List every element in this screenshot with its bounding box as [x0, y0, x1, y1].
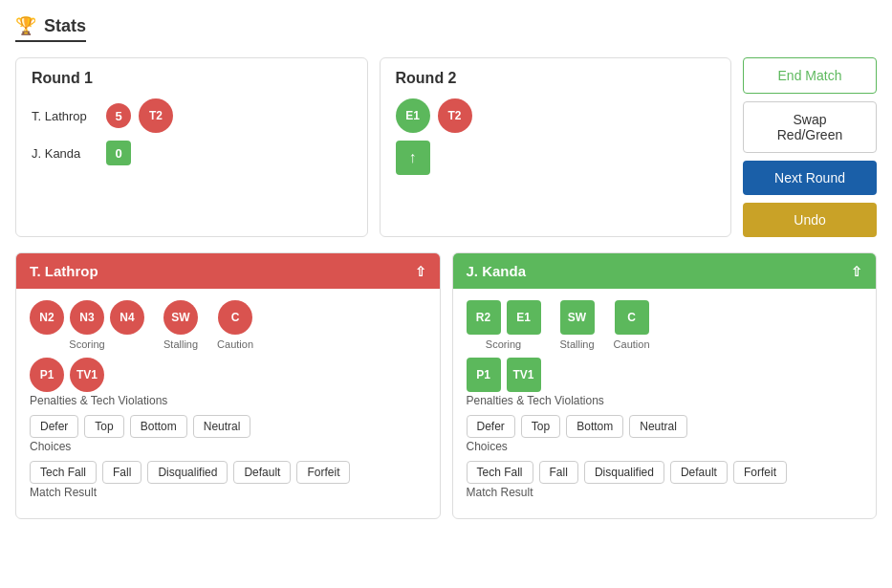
kanda-body: R2 E1 Scoring SW Stalling C	[453, 289, 877, 518]
kanda-result-label: Match Result	[467, 486, 863, 499]
kanda-stalling-group: SW Stalling	[560, 300, 595, 350]
kanda-penalties-row: P1 TV1	[467, 358, 863, 392]
round1-player2-score: 0	[106, 141, 131, 165]
lathrop-caution-tags: C	[218, 300, 252, 335]
lathrop-scoring-label: Scoring	[69, 338, 104, 350]
lathrop-choices-row: Defer Top Bottom Neutral	[30, 415, 426, 438]
kanda-top-btn[interactable]: Top	[521, 415, 560, 438]
kanda-c-tag[interactable]: C	[615, 300, 649, 335]
round1-player2-row: J. Kanda 0	[32, 141, 352, 165]
kanda-bottom-btn[interactable]: Bottom	[566, 415, 623, 438]
round2-e1-tag[interactable]: E1	[396, 98, 430, 133]
kanda-caution-tags: C	[615, 300, 649, 335]
kanda-neutral-btn[interactable]: Neutral	[629, 415, 687, 438]
main-container: 🏆 Stats Round 1 T. Lathrop 5 T2 J. Kanda	[0, 0, 892, 588]
round2-t2-tag[interactable]: T2	[438, 98, 472, 133]
lathrop-stalling-tags: SW	[163, 300, 198, 335]
round-1-title: Round 1	[32, 70, 352, 87]
round-1-content: T. Lathrop 5 T2 J. Kanda 0	[32, 98, 352, 165]
kanda-choices-row: Defer Top Bottom Neutral	[467, 415, 863, 438]
lathrop-caution-label: Caution	[217, 338, 253, 350]
kanda-scoring-section: R2 E1 Scoring SW Stalling C	[467, 300, 863, 350]
lathrop-bottom-btn[interactable]: Bottom	[130, 415, 187, 438]
kanda-scoring-group: R2 E1 Scoring	[467, 300, 541, 350]
lathrop-name: T. Lathrop	[30, 263, 98, 279]
trophy-icon: 🏆	[15, 15, 36, 36]
kanda-default-btn[interactable]: Default	[670, 461, 728, 484]
round-2-title: Round 2	[396, 70, 716, 87]
swap-button[interactable]: Swap Red/Green	[743, 101, 877, 153]
round-2-content: E1 T2 ↑	[396, 98, 716, 175]
kanda-choices-label: Choices	[467, 440, 863, 453]
lathrop-top-btn[interactable]: Top	[84, 415, 123, 438]
round1-player1-score: 5	[106, 103, 131, 128]
next-round-button[interactable]: Next Round	[743, 161, 877, 195]
lathrop-chevron[interactable]: ⇧	[415, 264, 426, 279]
lathrop-body: N2 N3 N4 Scoring SW Stalling	[16, 289, 440, 518]
round2-player1-row: E1 T2	[396, 98, 716, 133]
kanda-caution-label: Caution	[614, 338, 650, 350]
round2-player2-row: ↑	[396, 141, 716, 175]
kanda-techfall-btn[interactable]: Tech Fall	[467, 461, 533, 484]
kanda-stalling-label: Stalling	[560, 338, 595, 350]
round1-player1-name: T. Lathrop	[32, 109, 98, 123]
kanda-e1-tag[interactable]: E1	[507, 300, 541, 335]
kanda-r2-tag[interactable]: R2	[467, 300, 501, 335]
lathrop-panel: T. Lathrop ⇧ N2 N3 N4 Scoring	[15, 252, 441, 519]
kanda-stalling-tags: SW	[560, 300, 595, 335]
lathrop-n3-tag[interactable]: N3	[70, 300, 104, 335]
lathrop-c-tag[interactable]: C	[218, 300, 252, 335]
lathrop-caution-group: C Caution	[217, 300, 253, 350]
round2-arrow-btn[interactable]: ↑	[396, 141, 430, 175]
round1-player1-tag-t2[interactable]: T2	[139, 98, 173, 133]
lathrop-n2-tag[interactable]: N2	[30, 300, 64, 335]
lathrop-forfeit-btn[interactable]: Forfeit	[296, 461, 350, 484]
kanda-forfeit-btn[interactable]: Forfeit	[733, 461, 787, 484]
kanda-defer-btn[interactable]: Defer	[467, 415, 515, 438]
lathrop-scoring-tags: N2 N3 N4	[30, 300, 144, 335]
rounds-container: Round 1 T. Lathrop 5 T2 J. Kanda 0	[15, 57, 731, 237]
lathrop-tv1-tag[interactable]: TV1	[70, 358, 104, 392]
lathrop-n4-tag[interactable]: N4	[110, 300, 144, 335]
lathrop-techfall-btn[interactable]: Tech Fall	[30, 461, 97, 484]
page-title: Stats	[44, 16, 86, 36]
lathrop-penalties-label: Penalties & Tech Violations	[30, 394, 426, 407]
kanda-scoring-label: Scoring	[486, 338, 521, 350]
round-2-box: Round 2 E1 T2 ↑	[380, 57, 732, 237]
kanda-scoring-tags: R2 E1	[467, 300, 541, 335]
kanda-name: J. Kanda	[467, 263, 527, 279]
lathrop-scoring-group: N2 N3 N4 Scoring	[30, 300, 144, 350]
lathrop-result-label: Match Result	[30, 486, 426, 499]
kanda-p1-tag[interactable]: P1	[467, 358, 501, 392]
lathrop-default-btn[interactable]: Default	[233, 461, 291, 484]
actions-container: End Match Swap Red/Green Next Round Undo	[743, 57, 877, 237]
top-section: Round 1 T. Lathrop 5 T2 J. Kanda 0	[15, 57, 877, 237]
round1-player2-name: J. Kanda	[32, 146, 98, 161]
kanda-chevron[interactable]: ⇧	[851, 264, 862, 279]
lathrop-disqualified-btn[interactable]: Disqualified	[147, 461, 228, 484]
lathrop-header: T. Lathrop ⇧	[16, 253, 440, 289]
lathrop-sw-tag[interactable]: SW	[163, 300, 198, 335]
lathrop-stalling-label: Stalling	[163, 338, 198, 350]
kanda-header: J. Kanda ⇧	[453, 253, 877, 289]
undo-button[interactable]: Undo	[743, 203, 877, 237]
lathrop-penalties-row: P1 TV1	[30, 358, 426, 392]
stats-header: 🏆 Stats	[15, 15, 86, 42]
bottom-section: T. Lathrop ⇧ N2 N3 N4 Scoring	[15, 252, 877, 519]
end-match-button[interactable]: End Match	[743, 57, 877, 94]
kanda-tv1-tag[interactable]: TV1	[507, 358, 541, 392]
round-1-box: Round 1 T. Lathrop 5 T2 J. Kanda 0	[15, 57, 368, 237]
kanda-sw-tag[interactable]: SW	[560, 300, 595, 335]
lathrop-choices-label: Choices	[30, 440, 426, 453]
kanda-caution-group: C Caution	[614, 300, 650, 350]
kanda-fall-btn[interactable]: Fall	[539, 461, 578, 484]
lathrop-p1-tag[interactable]: P1	[30, 358, 64, 392]
lathrop-neutral-btn[interactable]: Neutral	[193, 415, 251, 438]
kanda-penalties-label: Penalties & Tech Violations	[467, 394, 863, 407]
kanda-panel: J. Kanda ⇧ R2 E1 Scoring SW	[452, 252, 878, 519]
lathrop-result-row: Tech Fall Fall Disqualified Default Forf…	[30, 461, 426, 484]
lathrop-stalling-group: SW Stalling	[163, 300, 198, 350]
lathrop-defer-btn[interactable]: Defer	[30, 415, 78, 438]
kanda-disqualified-btn[interactable]: Disqualified	[584, 461, 664, 484]
lathrop-fall-btn[interactable]: Fall	[102, 461, 141, 484]
